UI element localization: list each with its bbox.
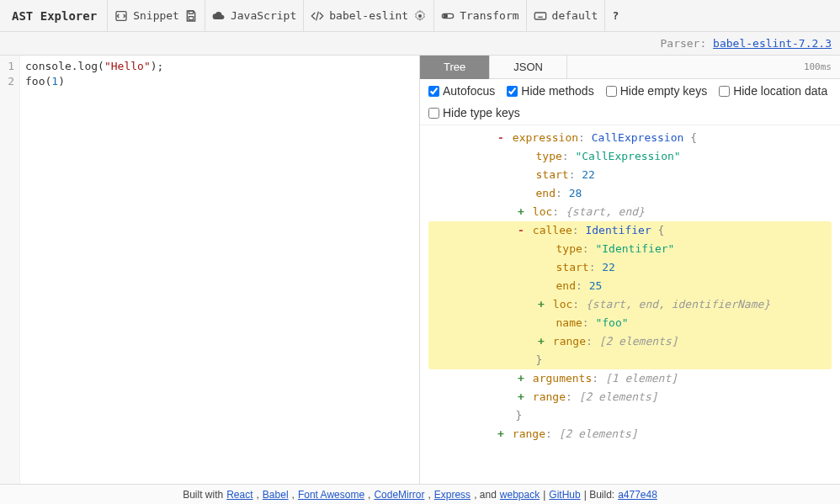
key: range [513,427,545,440]
expand-icon[interactable]: + [536,332,546,351]
hint: [1 element] [605,372,678,385]
keyboard-icon [534,9,547,23]
expand-icon[interactable]: + [496,425,506,443]
autofocus-checkbox[interactable] [428,86,439,97]
link-build[interactable]: a477e48 [618,489,657,501]
tree-row[interactable]: + loc: {start, end, identifierName} [428,295,823,314]
hide-empty-checkbox[interactable] [606,86,617,97]
code-content[interactable]: console.log("Hello"); foo(1) [20,56,168,484]
parser-version-link[interactable]: babel-eslint-7.2.3 [713,37,832,50]
main-split: 1 2 console.log("Hello"); foo(1) Tree JS… [0,56,840,484]
opt-label: Hide empty keys [620,84,707,98]
hide-location-checkbox[interactable] [719,86,730,97]
value: 22 [582,168,595,181]
key: start [556,261,588,273]
tree-row[interactable]: - callee: Identifier { [428,221,823,240]
key: expression [513,131,578,144]
help-button[interactable]: ? [605,0,625,32]
opt-label: Hide location data [733,84,827,98]
tree-row[interactable]: start: 22 [428,166,840,184]
opt-hide-type-keys[interactable]: Hide type keys [428,106,520,119]
expand-icon[interactable]: + [536,295,546,314]
tag-icon [311,9,324,23]
type-name[interactable]: CallExpression [592,131,684,144]
code-token: console.log( [25,60,104,72]
value: "CallExpression" [575,150,680,162]
collapse-icon[interactable]: - [516,221,526,240]
tree-row[interactable]: type: "Identifier" [428,240,823,258]
keymap-label: default [552,9,598,22]
ast-panel: Tree JSON 100ms Autofocus Hide methods H… [420,56,840,484]
transform-label: Transform [460,9,518,22]
opt-hide-location[interactable]: Hide location data [719,84,827,98]
tree-row[interactable]: + range: [2 elements] [428,332,823,351]
highlighted-node: - callee: Identifier { type: "Identifier… [428,221,832,369]
value: "Identifier" [595,242,674,255]
value: 22 [602,261,615,273]
collapse-icon[interactable]: - [496,129,506,147]
expand-icon[interactable]: + [516,369,526,388]
transform-menu[interactable]: Transform [434,0,526,32]
tree-row[interactable]: start: 22 [428,258,823,277]
hint: [2 elements] [579,390,658,403]
key: type [556,242,582,255]
tree-row[interactable]: name: "foo" [428,314,823,332]
parser-menu[interactable]: babel-eslint [304,0,434,32]
tree-row[interactable]: + arguments: [1 element] [428,369,840,388]
ast-tree[interactable]: - expression: CallExpression { type: "Ca… [420,125,840,484]
opt-hide-empty-keys[interactable]: Hide empty keys [606,84,707,98]
language-menu[interactable]: JavaScript [205,0,304,32]
keymap-menu[interactable]: default [527,0,606,32]
svg-rect-1 [189,11,193,13]
link-github[interactable]: GitHub [549,489,580,501]
expand-icon[interactable]: + [516,388,526,406]
key: start [535,168,568,181]
tree-row[interactable]: end: 28 [428,184,840,203]
key: callee [533,224,572,236]
snippet-label: Snippet [133,9,179,22]
key: type [535,150,561,162]
key: loc [533,205,552,218]
tree-row[interactable]: + range: [2 elements] [428,425,840,443]
footer-text: Built with [183,489,223,501]
link-fontawesome[interactable]: Font Awesome [298,489,364,501]
footer-text: | Build: [584,489,614,501]
link-react[interactable]: React [226,489,253,501]
code-editor[interactable]: 1 2 console.log("Hello"); foo(1) [0,56,420,484]
hide-type-keys-checkbox[interactable] [428,108,439,119]
link-webpack[interactable]: webpack [500,489,540,501]
gear-icon[interactable] [413,9,427,23]
ast-tabs: Tree JSON 100ms [420,56,840,79]
opt-hide-methods[interactable]: Hide methods [507,84,593,98]
link-babel[interactable]: Babel [263,489,289,501]
code-icon [114,9,128,23]
hide-methods-checkbox[interactable] [507,86,518,97]
value: 25 [589,279,603,292]
type-name[interactable]: Identifier [585,224,651,236]
link-express[interactable]: Express [434,489,471,501]
code-token: ) [58,75,65,88]
link-codemirror[interactable]: CodeMirror [374,489,424,501]
tree-row[interactable]: - expression: CallExpression { [428,129,840,147]
tree-row[interactable]: end: 25 [428,277,823,295]
hint: {start, end, identifierName} [586,298,770,310]
tab-json[interactable]: JSON [490,56,567,79]
app-title: AST Explorer [5,0,108,32]
cloud-icon [212,9,226,23]
tab-tree[interactable]: Tree [420,56,490,79]
tree-row[interactable]: + loc: {start, end} [428,203,840,221]
footer: Built with React, Babel, Font Awesome, C… [0,484,840,504]
code-token: ); [151,60,164,72]
save-icon [184,9,198,23]
svg-point-3 [418,14,422,18]
tree-row[interactable]: + range: [2 elements] [428,388,840,406]
key: end [535,187,555,199]
svg-point-5 [444,14,447,18]
tree-row[interactable]: type: "CallExpression" [428,147,840,166]
expand-icon[interactable]: + [516,203,526,221]
parser-prefix: Parser: [660,37,706,50]
opt-autofocus[interactable]: Autofocus [428,84,495,98]
line-number: 1 [3,59,14,74]
snippet-menu[interactable]: Snippet [108,0,205,32]
key: name [556,316,582,329]
